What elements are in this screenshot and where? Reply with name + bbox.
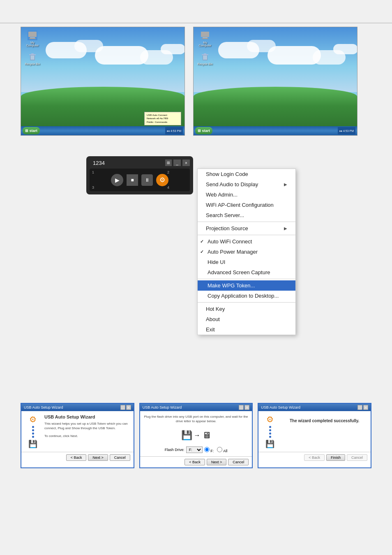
wizard-cancel-1[interactable]: Cancel xyxy=(110,454,130,461)
xp-desktop-right: My Computer Recycle Bin ⊞ start ♦♦ 4:53 … xyxy=(194,27,357,135)
wizard-content-1: USB Auto Setup Wizard This wizard helps … xyxy=(44,414,130,449)
menu-item-hotkey[interactable]: Hot Key xyxy=(198,304,295,314)
wizard-finish-3[interactable]: Finish xyxy=(326,454,345,461)
menu-item-send-audio[interactable]: Send Audio to Display ▶ xyxy=(198,179,295,190)
usb-wizard-step3: USB Auto Setup Wizard _ × ⚙ 💾 The wizard… xyxy=(258,403,371,468)
flash-drive-dropdown[interactable]: F: xyxy=(186,446,203,453)
wizard-footer-2: < Back Next > Cancel xyxy=(140,456,252,467)
usb-wizard-step1: USB Auto Setup Wizard _ × ⚙ 💾 USB Auto S… xyxy=(21,403,134,468)
settings-button[interactable]: ⚙ xyxy=(156,174,168,186)
corner-2: 2 xyxy=(167,170,169,174)
wizard-back-3[interactable]: < Back xyxy=(304,454,325,461)
corner-3: 3 xyxy=(92,185,94,190)
menu-label-send-audio: Send Audio to Display xyxy=(206,181,258,187)
xp-notification: USB Auto ConnectNetwork e6:4a:7f89Public… xyxy=(144,112,181,125)
wizard-body-1: ⚙ 💾 USB Auto Setup Wizard This wizard he… xyxy=(21,411,134,452)
separator-4 xyxy=(198,302,295,303)
corner-1: 1 xyxy=(92,170,94,174)
pause-button[interactable]: ⏸ xyxy=(141,174,153,186)
wizard-back-1[interactable]: < Back xyxy=(66,454,87,461)
arrow-send-audio: ▶ xyxy=(284,182,287,187)
wizard-minimize-3[interactable]: _ xyxy=(357,405,362,410)
recycle-bin-icon-r: Recycle Bin xyxy=(197,52,213,65)
wizard-minimize-1[interactable]: _ xyxy=(120,405,125,410)
menu-label-projection-source: Projection Source xyxy=(206,225,248,231)
svg-rect-2 xyxy=(29,38,36,39)
wizard-next-2[interactable]: Next > xyxy=(207,459,226,465)
wizard-close-1[interactable]: × xyxy=(126,405,131,410)
menu-item-show-login-code[interactable]: Show Login Code xyxy=(198,169,295,179)
start-button-r[interactable]: ⊞ start xyxy=(195,127,212,134)
wizard-gear-icon-1: ⚙ xyxy=(29,414,37,424)
wizard-content-3: The wizard completed successfully. xyxy=(281,414,367,449)
stop-button[interactable]: ■ xyxy=(127,174,138,186)
wizard-close-3[interactable]: × xyxy=(363,405,368,410)
wizard-minimize-2[interactable]: _ xyxy=(239,405,244,410)
menu-label-advanced-capture: Advanced Screen Capture xyxy=(208,269,270,275)
menu-item-wifi-config[interactable]: WiFi AP-Client Configuration xyxy=(198,200,295,210)
usb-plug-icon: 💾 xyxy=(181,430,192,441)
wizard-body-2: Plug the flash drive into any USB port o… xyxy=(140,411,252,456)
close-button[interactable]: × xyxy=(182,160,190,166)
menu-item-auto-wifi[interactable]: ✓ Auto WiFi Connect xyxy=(198,236,295,247)
wizard-icon-area-3: ⚙ 💾 xyxy=(262,414,278,449)
menu-label-auto-power: Auto Power Manager xyxy=(208,249,258,255)
wizard-success-message: The wizard completed successfully. xyxy=(281,414,367,423)
arrow-projection: ▶ xyxy=(284,226,287,231)
flash-radio-group: F: All xyxy=(204,447,228,453)
wizard-gear-icon-3: ⚙ xyxy=(266,414,274,424)
wizard-footer-1: < Back Next > Cancel xyxy=(21,452,134,463)
wizard-usb-icon-3: 💾 xyxy=(265,439,274,449)
grid-icon: ⊞ xyxy=(165,160,172,166)
left-screenshot: My Computer Recycle Bin USB Auto Connect… xyxy=(21,27,185,136)
wizard-cancel-3[interactable]: Cancel xyxy=(347,454,367,461)
start-button[interactable]: ⊞ start xyxy=(23,127,40,134)
xp-taskbar-left: ⊞ start ♦♦ 4:53 PM xyxy=(21,126,184,135)
menu-item-hide-ui[interactable]: Hide UI xyxy=(198,257,295,267)
separator-3 xyxy=(198,279,295,279)
wizard-back-2[interactable]: < Back xyxy=(184,459,205,465)
menu-item-auto-power[interactable]: ✓ Auto Power Manager xyxy=(198,247,295,257)
screenshots-section: My Computer Recycle Bin USB Auto Connect… xyxy=(21,27,357,136)
menu-item-projection-source[interactable]: Projection Source ▶ xyxy=(198,223,295,234)
wizard-title-label-2: USB Auto Setup Wizard xyxy=(143,405,182,409)
flash-drive-select: Flash Drive: F: F: All xyxy=(165,446,228,453)
xp-clouds xyxy=(21,38,184,81)
usb-section: USB Auto Setup Wizard _ × ⚙ 💾 USB Auto S… xyxy=(21,403,371,468)
menu-item-copy-app[interactable]: Copy Application to Desktop... xyxy=(198,291,295,301)
wizard-next-1[interactable]: Next > xyxy=(88,454,108,461)
svg-rect-10 xyxy=(203,37,208,38)
radio-all[interactable]: All xyxy=(217,447,227,453)
separator-1 xyxy=(198,222,295,222)
menu-label-about: About xyxy=(206,316,220,322)
play-button[interactable]: ▶ xyxy=(111,174,123,186)
separator-2 xyxy=(198,235,295,235)
menu-item-advanced-capture[interactable]: Advanced Screen Capture xyxy=(198,267,295,278)
menu-item-exit[interactable]: Exit xyxy=(198,324,295,335)
context-menu: Show Login Code Send Audio to Display ▶ … xyxy=(197,169,296,335)
wizard-usb-icon-1: 💾 xyxy=(28,439,37,449)
wizard-title-text-1: USB Auto Setup Wizard xyxy=(44,414,130,419)
minimize-button[interactable]: _ xyxy=(173,160,181,166)
wizard-title-label-3: USB Auto Setup Wizard xyxy=(261,405,300,409)
radio-f[interactable]: F: xyxy=(204,447,214,453)
control-widget: 1234 ⊞ _ × 1 2 ▶ ■ ⏸ ⚙ 3 4 xyxy=(86,156,193,194)
menu-item-make-wpg[interactable]: Make WPG Token... xyxy=(198,280,295,291)
menu-item-web-admin[interactable]: Web Admin... xyxy=(198,190,295,200)
usb-wizard-step2: USB Auto Setup Wizard _ × Plug the flash… xyxy=(139,403,253,468)
xp-icons: My Computer Recycle Bin xyxy=(24,30,41,65)
wizard-footer-3: < Back Finish Cancel xyxy=(258,452,371,463)
menu-item-search-server[interactable]: Search Server... xyxy=(198,210,295,220)
right-screenshot: My Computer Recycle Bin ⊞ start ♦♦ 4:53 … xyxy=(193,27,357,136)
menu-item-about[interactable]: About xyxy=(198,314,295,324)
wizard-titlebar-3: USB Auto Setup Wizard _ × xyxy=(258,404,371,411)
xp-taskbar-right: ⊞ start ♦♦ 4:53 PM xyxy=(194,126,357,135)
wizard-titlebar-2: USB Auto Setup Wizard _ × xyxy=(140,404,252,411)
xp-desktop-left: My Computer Recycle Bin USB Auto Connect… xyxy=(21,27,184,135)
menu-label-hide-ui: Hide UI xyxy=(208,259,225,265)
wizard-close-2[interactable]: × xyxy=(244,405,249,410)
recycle-bin-icon: Recycle Bin xyxy=(24,52,41,65)
usb-arrow-icon: → xyxy=(194,432,201,439)
xp-clouds-right xyxy=(194,38,357,81)
wizard-cancel-2[interactable]: Cancel xyxy=(228,459,249,465)
